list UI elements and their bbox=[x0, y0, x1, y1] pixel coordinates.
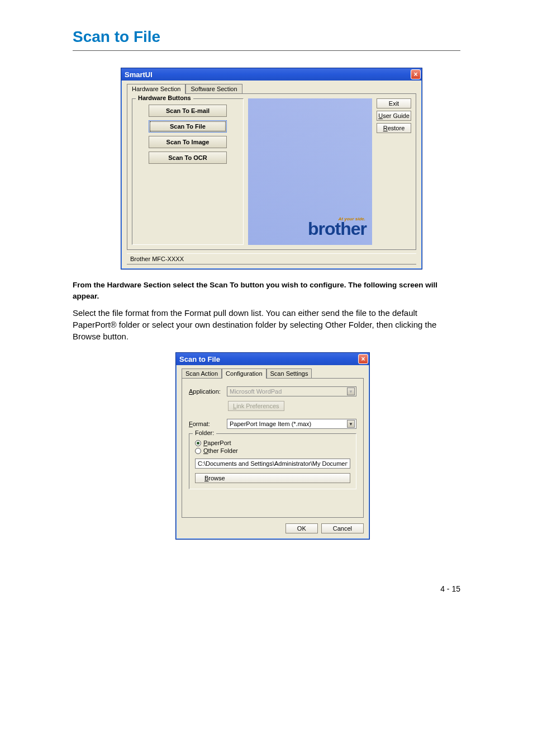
chevron-down-icon[interactable]: ▼ bbox=[347, 420, 355, 428]
dialog-titlebar: Scan to File × bbox=[176, 353, 369, 365]
folder-fieldset: Folder: PaperPort Other Folder Browse bbox=[189, 433, 356, 489]
browse-button[interactable]: Browse bbox=[195, 473, 350, 483]
folder-path-input[interactable] bbox=[195, 459, 350, 469]
hardware-buttons-label: Hardware Buttons bbox=[136, 94, 193, 101]
tab-software-section[interactable]: Software Section bbox=[185, 84, 242, 94]
format-combo[interactable]: PaperPort Image Item (*.max) ▼ bbox=[227, 419, 356, 429]
paragraph-2: Select the file format from the Format p… bbox=[73, 307, 460, 342]
application-combo: Microsoft WordPad ▼ bbox=[227, 386, 356, 396]
window-title: SmartUI bbox=[125, 70, 153, 79]
page-number: 4 - 15 bbox=[0, 540, 533, 616]
close-icon: × bbox=[361, 356, 365, 362]
scan-to-file-dialog: Scan to File × Scan Action Configuration… bbox=[175, 352, 370, 540]
section-title: Scan to File bbox=[0, 22, 533, 49]
page: Scan to File SmartUI × Hardware Section … bbox=[0, 0, 533, 616]
chevron-down-icon: ▼ bbox=[347, 388, 355, 395]
application-value: Microsoft WordPad bbox=[230, 388, 282, 395]
hardware-buttons-group: Hardware Buttons Scan To E-mail Scan To … bbox=[132, 98, 244, 245]
smartui-window: SmartUI × Hardware Section Software Sect… bbox=[121, 68, 422, 270]
scan-to-ocr-button[interactable]: Scan To OCR bbox=[149, 152, 227, 164]
radio-other-folder[interactable]: Other Folder bbox=[195, 447, 350, 454]
scan-to-email-button[interactable]: Scan To E-mail bbox=[149, 105, 227, 117]
titlebar: SmartUI × bbox=[121, 68, 422, 81]
radio-paperport[interactable]: PaperPort bbox=[195, 440, 350, 446]
tab-configuration[interactable]: Configuration bbox=[222, 368, 266, 379]
scan-to-file-button[interactable]: Scan To File bbox=[149, 120, 227, 133]
close-button[interactable]: × bbox=[411, 69, 421, 79]
tab-scan-action[interactable]: Scan Action bbox=[182, 368, 222, 379]
application-label: Application: bbox=[189, 388, 222, 395]
link-preferences-button: Link Preferences bbox=[228, 401, 284, 411]
ok-button[interactable]: OK bbox=[285, 523, 318, 533]
section-rule bbox=[73, 50, 460, 51]
tab-hardware-section[interactable]: Hardware Section bbox=[127, 84, 185, 94]
tab-scan-settings[interactable]: Scan Settings bbox=[266, 368, 312, 379]
restore-button[interactable]: Restore bbox=[377, 123, 411, 133]
folder-legend: Folder: bbox=[193, 429, 216, 436]
cancel-button[interactable]: Cancel bbox=[321, 523, 364, 533]
brother-logo: brother bbox=[308, 219, 367, 239]
dialog-title: Scan to File bbox=[179, 355, 220, 363]
scan-to-image-button[interactable]: Scan To Image bbox=[149, 136, 227, 148]
format-label: Format: bbox=[189, 420, 222, 427]
close-icon: × bbox=[413, 71, 417, 78]
user-guide-button[interactable]: User Guide bbox=[377, 111, 411, 121]
dialog-close-button[interactable]: × bbox=[358, 354, 368, 364]
status-bar: Brother MFC-XXXX bbox=[127, 253, 416, 264]
radio-icon bbox=[195, 440, 201, 446]
exit-button[interactable]: Exit bbox=[377, 98, 411, 108]
radio-icon bbox=[195, 448, 201, 454]
format-value: PaperPort Image Item (*.max) bbox=[230, 420, 311, 427]
background-image: At your side. brother bbox=[248, 98, 372, 245]
paragraph-1: From the Hardware Section select the Sca… bbox=[73, 280, 460, 301]
